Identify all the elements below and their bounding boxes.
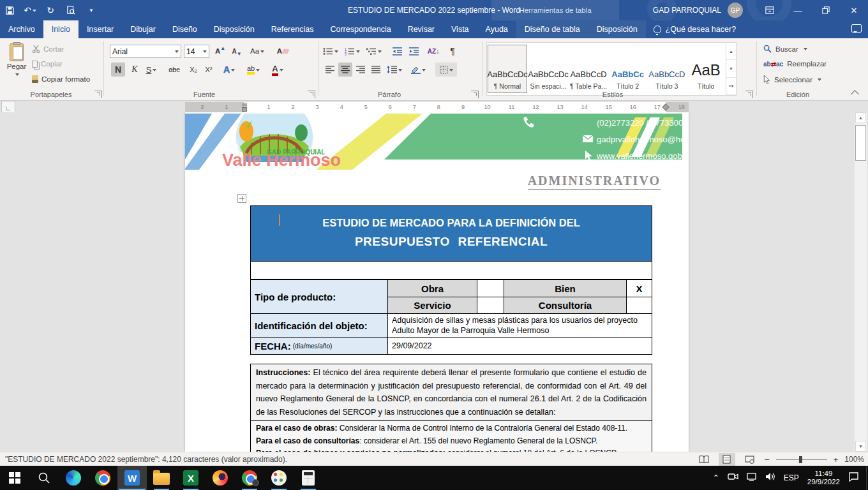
minimize-button[interactable]: — — [784, 0, 812, 20]
network-icon[interactable] — [747, 472, 757, 484]
bullet-list-button[interactable] — [323, 44, 338, 58]
select-button[interactable]: Seleccionar — [763, 75, 821, 84]
scrollbar-thumb[interactable] — [855, 125, 866, 161]
styles-more-button[interactable]: ≡▾ — [726, 78, 736, 95]
print-layout-button[interactable] — [719, 453, 735, 466]
taskbar-edge[interactable] — [59, 466, 88, 490]
shrink-font-button[interactable]: A▼ — [230, 44, 244, 58]
align-center-button[interactable] — [338, 63, 352, 77]
style-normal[interactable]: AaBbCcDc ¶ Normal — [488, 45, 527, 93]
shading-button[interactable] — [411, 63, 426, 77]
web-layout-button[interactable] — [742, 453, 758, 466]
tab-vista[interactable]: Vista — [443, 20, 477, 38]
ribbon-display-options-button[interactable] — [756, 0, 784, 20]
style-table-paragraph[interactable]: AaBbCcD ¶ Table Pa... — [569, 45, 608, 93]
font-color-button[interactable]: A — [271, 63, 285, 77]
grow-font-button[interactable]: A▲ — [213, 44, 227, 58]
identificacion-value-cell[interactable]: Adquisición de sillas y mesas plásticas … — [387, 313, 652, 338]
comments-icon[interactable] — [851, 24, 862, 33]
clock[interactable]: 11:49 29/9/2022 — [807, 470, 840, 486]
copy-button[interactable]: Copiar — [32, 60, 63, 68]
tipo-de-producto-cell[interactable]: Tipo de producto: — [250, 279, 388, 314]
tell-me-box[interactable]: ¿Qué desea hacer? — [646, 20, 744, 38]
zoom-slider-thumb[interactable] — [799, 456, 802, 463]
justify-button[interactable] — [369, 63, 383, 77]
styles-dialog-launcher[interactable] — [745, 91, 753, 98]
read-mode-button[interactable] — [696, 453, 712, 466]
fecha-label-cell[interactable]: FECHA: (día/mes/año) — [250, 337, 388, 355]
collapse-ribbon-button[interactable] — [851, 89, 859, 96]
zoom-out-button[interactable]: − — [765, 454, 770, 464]
scroll-up-button[interactable]: ▲ — [855, 112, 866, 123]
tab-referencias[interactable]: Referencias — [263, 20, 322, 38]
identificacion-label-cell[interactable]: Identificación del objeto: — [250, 313, 388, 338]
taskbar-paint[interactable] — [264, 466, 294, 490]
italic-button[interactable]: K — [128, 63, 142, 77]
taskbar-calculator[interactable] — [294, 466, 323, 490]
redo-icon[interactable]: ↻ — [45, 4, 56, 16]
start-button[interactable] — [0, 466, 29, 490]
replace-button[interactable]: ab⇄ac Reemplazar — [763, 60, 827, 68]
font-name-combo[interactable]: Arial — [110, 45, 181, 58]
numbered-list-button[interactable]: 123 — [345, 44, 360, 58]
decrease-indent-button[interactable] — [391, 44, 405, 58]
language-indicator[interactable]: ESP — [784, 473, 799, 482]
taskbar-firefox[interactable] — [206, 466, 235, 490]
left-indent-marker[interactable] — [242, 107, 247, 112]
find-button[interactable]: Buscar — [763, 45, 807, 53]
table-move-handle[interactable] — [237, 194, 246, 203]
show-marks-button[interactable]: ¶ — [445, 44, 460, 58]
save-icon[interactable] — [4, 4, 15, 16]
style-titulo-2[interactable]: AaBbCc Título 2 — [609, 45, 647, 93]
cut-button[interactable]: Cortar — [32, 45, 64, 53]
document-page[interactable]: Valle Hermoso GAD PARROQUIAL (02)2773220… — [185, 112, 689, 452]
servicio-mark-cell[interactable] — [477, 297, 504, 314]
change-case-button[interactable]: Aa — [250, 44, 264, 58]
bold-button[interactable]: N — [111, 63, 125, 77]
tab-inicio[interactable]: Inicio — [43, 20, 79, 38]
tab-dibujar[interactable]: Dibujar — [122, 20, 164, 38]
instructions-table[interactable]: Instrucciones: El técnico del área requi… — [250, 364, 652, 452]
tray-expand-icon[interactable]: ⌃ — [713, 473, 719, 482]
style-sin-espaciado[interactable]: AaBbCcDc Sin espaci... — [528, 45, 568, 93]
sort-button[interactable]: AZ↓ — [426, 44, 440, 58]
consultoria-cell[interactable]: Consultoría — [504, 297, 627, 314]
obra-cell[interactable]: Obra — [387, 279, 477, 297]
font-size-combo[interactable]: 14 — [184, 45, 209, 58]
text-effects-button[interactable]: A — [222, 63, 236, 77]
undo-icon[interactable]: ↶ — [24, 4, 36, 16]
consultoria-mark-cell[interactable] — [626, 297, 652, 314]
zoom-in-button[interactable]: + — [834, 455, 839, 464]
fecha-value-cell[interactable]: 29/09/2022 — [387, 337, 652, 355]
print-preview-icon[interactable] — [65, 4, 77, 16]
increase-indent-button[interactable] — [407, 44, 421, 58]
clear-formatting-button[interactable]: A — [276, 44, 290, 58]
bien-mark-cell[interactable]: X — [626, 279, 652, 297]
tab-diseno-de-tabla[interactable]: Diseño de tabla — [516, 20, 588, 38]
style-titulo[interactable]: AaB Título — [687, 45, 724, 93]
account-name[interactable]: GAD PARROQUIAL — [653, 0, 721, 20]
scroll-down-button[interactable]: ▼ — [855, 441, 866, 452]
status-text[interactable]: "ESTUDIO DE MERCADO 2022 septiembre": 4,… — [0, 455, 287, 464]
paste-button[interactable]: Pegar — [5, 42, 28, 91]
taskbar-file-explorer[interactable] — [147, 466, 176, 490]
align-right-button[interactable] — [354, 63, 368, 77]
style-titulo-3[interactable]: AaBbCcD Título 3 — [648, 45, 685, 93]
bien-cell[interactable]: Bien — [504, 279, 627, 297]
borders-button[interactable] — [435, 63, 457, 77]
taskbar-chrome-profile[interactable] — [235, 466, 264, 490]
strikethrough-button[interactable]: abc — [167, 63, 181, 77]
tab-ayuda[interactable]: Ayuda — [477, 20, 516, 38]
align-left-button[interactable] — [323, 63, 337, 77]
vertical-scrollbar[interactable]: ▲ ▼ — [855, 112, 867, 452]
line-spacing-button[interactable] — [387, 63, 402, 77]
close-button[interactable]: ✕ — [840, 0, 868, 20]
taskbar-search-button[interactable] — [29, 466, 59, 490]
superscript-button[interactable]: X² — [202, 63, 216, 77]
tab-insertar[interactable]: Insertar — [79, 20, 122, 38]
subscript-button[interactable]: X₂ — [186, 63, 200, 77]
form-title-band[interactable]: ESTUDIO DE MERCADO PARA LA DEFINICIÓN DE… — [250, 205, 652, 262]
taskbar-chrome[interactable] — [88, 466, 117, 490]
obra-mark-cell[interactable] — [477, 279, 504, 297]
font-dialog-launcher[interactable] — [308, 91, 315, 98]
